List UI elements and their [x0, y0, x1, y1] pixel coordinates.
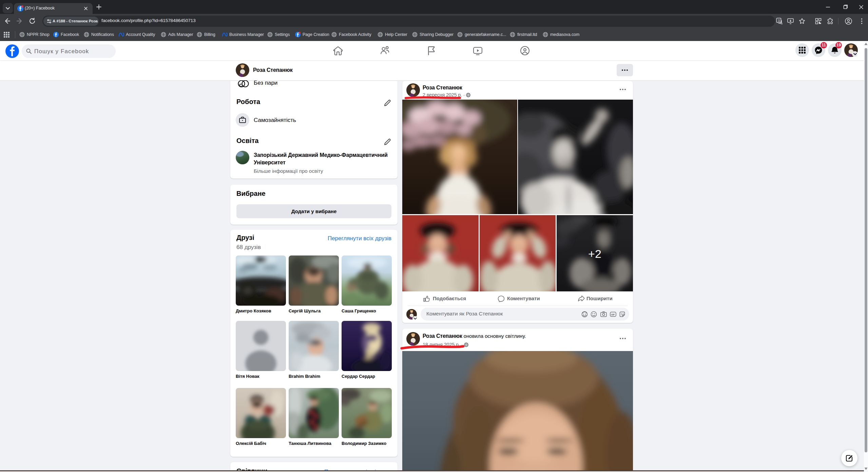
svg-text:GIF: GIF: [611, 313, 615, 316]
svg-text:G: G: [780, 22, 783, 25]
svg-text:文: 文: [777, 19, 780, 22]
